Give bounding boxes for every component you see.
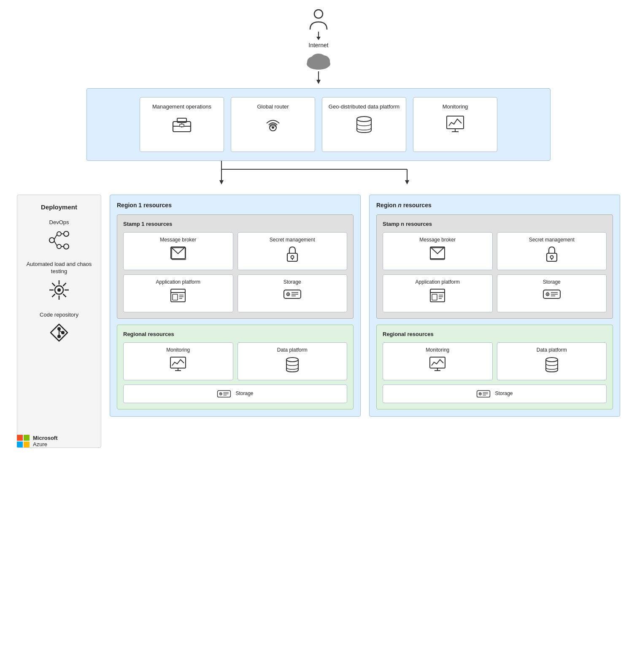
svg-point-49 (61, 331, 65, 334)
monitor-r1-icon (170, 356, 186, 371)
envelope-icon-n (429, 246, 445, 260)
regional1-title: Regional resources (123, 331, 347, 337)
msg-broker-n-label: Message broker (419, 237, 456, 244)
deployment-title: Deployment (41, 203, 77, 211)
svg-point-54 (291, 255, 294, 258)
app-platform-icon-1 (170, 288, 186, 303)
stamp1-grid: Message broker Secret management (123, 232, 347, 312)
storage-icon-n (543, 288, 561, 300)
svg-point-47 (57, 327, 61, 331)
regions-container: Region 1 resources Stamp 1 resources Mes… (110, 195, 620, 417)
load-testing-item: Automated load and chaos testing (24, 261, 94, 301)
svg-marker-2 (316, 37, 321, 40)
region1-title: Region 1 resources (117, 202, 354, 209)
devops-label: DevOps (49, 219, 69, 226)
storage-icon-1 (283, 288, 302, 300)
storage-1-label: Storage (283, 279, 301, 286)
lock-icon-n (545, 246, 559, 262)
stamp1-box: Stamp 1 resources Message broker (117, 214, 354, 319)
global-router-card: Global router (231, 97, 315, 152)
ms-squares (17, 435, 30, 447)
regionN-box: Region n resources Stamp n resources Mes… (369, 195, 620, 417)
storage-1-card: Storage (238, 274, 348, 312)
msg-broker-1-card: Message broker (123, 232, 233, 270)
toolbox-icon (171, 115, 192, 133)
svg-rect-86 (432, 294, 437, 300)
arrow-internet (316, 32, 321, 40)
data-platform-rn-label: Data platform (537, 347, 567, 354)
monitoring-r1-label: Monitoring (166, 347, 190, 354)
storage-r1-icon (217, 389, 231, 398)
regionN-title: Region n resources (376, 202, 613, 209)
svg-point-82 (550, 255, 553, 258)
global-router-label: Global router (257, 103, 289, 111)
svg-point-0 (314, 10, 323, 18)
router-icon (262, 115, 283, 134)
global-services-box: Management operations Global router (86, 88, 551, 161)
azure-label: Azure (33, 441, 58, 448)
svg-rect-53 (287, 253, 297, 261)
geo-data-label: Geo-distributed data platform (329, 103, 399, 111)
svg-point-6 (311, 54, 326, 65)
internet-label: Internet (308, 42, 328, 49)
svg-point-17 (357, 117, 371, 122)
envelope-icon-1 (170, 246, 186, 260)
regional1-storage-label: Storage (235, 390, 253, 397)
stampN-box: Stamp n resources Message broker (376, 214, 613, 319)
regionalN-storage-label: Storage (495, 390, 513, 397)
app-platform-1-label: Application platform (156, 279, 200, 286)
code-repo-label: Code repository (40, 312, 78, 319)
stamp1-title: Stamp 1 resources (123, 221, 347, 227)
region1-box: Region 1 resources Stamp 1 resources Mes… (110, 195, 361, 417)
app-platform-1-card: Application platform (123, 274, 233, 312)
database-rn-icon (544, 356, 559, 373)
database-icon (355, 115, 373, 134)
monitoring-global-card: Monitoring (413, 97, 497, 152)
database-r1-icon (285, 356, 300, 373)
monitor-icon (445, 115, 465, 133)
svg-marker-8 (316, 80, 321, 84)
svg-marker-24 (219, 180, 224, 184)
app-platform-n-card: Application platform (383, 274, 493, 312)
monitoring-r1-card: Monitoring (123, 342, 233, 380)
management-operations-label: Management operations (152, 103, 211, 111)
cloud-icon (304, 50, 333, 71)
ms-sq-blue (17, 442, 23, 447)
routing-arrows (86, 161, 551, 190)
svg-line-43 (52, 283, 55, 286)
svg-rect-14 (180, 124, 184, 127)
management-operations-card: Management operations (140, 97, 224, 152)
regionalN-grid: Monitoring Data platform (383, 342, 607, 380)
svg-point-100 (546, 358, 558, 362)
regional1-grid: Monitoring Data platform (123, 342, 347, 380)
svg-point-64 (287, 293, 289, 295)
stampN-title: Stamp n resources (383, 221, 607, 227)
secret-mgmt-1-card: Secret management (238, 232, 348, 270)
internet-section: Internet (17, 8, 620, 84)
load-testing-label: Automated load and chaos testing (24, 261, 94, 275)
ms-sq-green (24, 435, 30, 441)
storage-n-card: Storage (497, 274, 607, 312)
svg-point-92 (547, 293, 548, 295)
svg-point-29 (64, 231, 69, 236)
msg-broker-1-label: Message broker (160, 237, 196, 244)
lock-icon-1 (286, 246, 299, 262)
stampN-grid: Message broker Secret management (383, 232, 607, 312)
secret-mgmt-1-label: Secret management (270, 237, 315, 244)
ms-azure-text: Microsoft Azure (33, 435, 58, 448)
svg-point-28 (49, 238, 54, 243)
app-platform-icon-n (429, 288, 445, 303)
storage-n-label: Storage (543, 279, 561, 286)
regionalN-storage-card: Storage (383, 385, 607, 403)
storage-rn-icon (476, 389, 491, 398)
monitoring-rn-card: Monitoring (383, 342, 493, 380)
devops-item: DevOps (48, 219, 70, 251)
devops-icon (48, 230, 70, 251)
svg-point-38 (57, 288, 61, 292)
monitor-rn-icon (429, 356, 446, 371)
secret-mgmt-n-label: Secret management (529, 237, 575, 244)
regionalN-storage-row: Storage (383, 385, 607, 403)
deployment-sidebar: Deployment DevOps Automated lo (17, 195, 101, 448)
svg-point-103 (480, 393, 481, 394)
svg-rect-81 (547, 253, 557, 261)
